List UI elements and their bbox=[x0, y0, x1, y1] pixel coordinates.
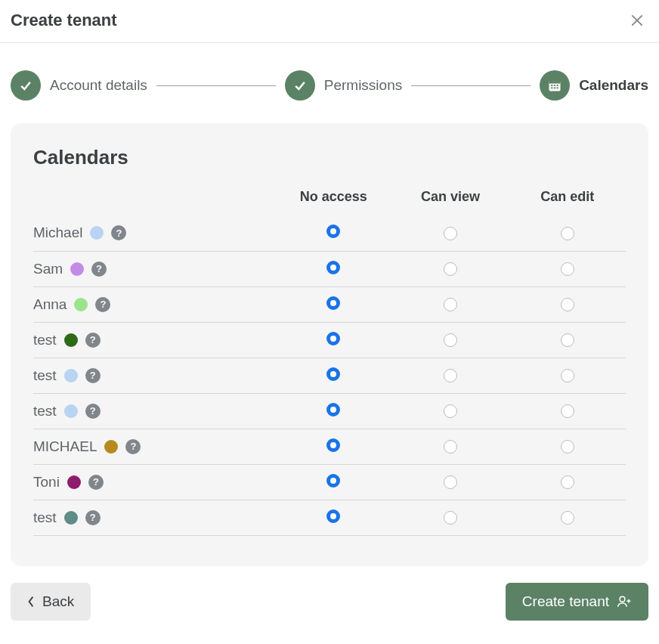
help-icon[interactable]: ? bbox=[85, 404, 101, 419]
close-button[interactable] bbox=[626, 9, 648, 32]
svg-rect-10 bbox=[554, 88, 556, 89]
calendar-name: Anna bbox=[33, 296, 67, 313]
access-cell bbox=[509, 464, 626, 500]
access-cell bbox=[392, 215, 509, 251]
stepper: Account details Permissions Calendars bbox=[0, 43, 659, 123]
access-radio-can-edit[interactable] bbox=[561, 333, 574, 347]
access-cell bbox=[509, 500, 626, 535]
help-icon[interactable]: ? bbox=[111, 225, 126, 240]
color-dot-icon bbox=[64, 333, 78, 347]
table-row: Anna? bbox=[33, 286, 626, 322]
access-radio-can-view[interactable] bbox=[444, 262, 457, 276]
access-cell bbox=[392, 358, 509, 393]
calendar-name-cell: test? bbox=[33, 393, 275, 429]
calendar-name-cell: test? bbox=[33, 322, 275, 358]
svg-point-12 bbox=[620, 596, 625, 602]
access-radio-can-edit[interactable] bbox=[561, 298, 574, 311]
svg-rect-9 bbox=[551, 88, 553, 89]
access-radio-can-view[interactable] bbox=[444, 404, 457, 418]
calendar-name: test bbox=[33, 403, 57, 420]
column-header-name bbox=[33, 189, 275, 215]
access-radio-no-access[interactable] bbox=[326, 403, 340, 416]
close-icon bbox=[630, 13, 645, 28]
calendar-name: test bbox=[33, 367, 57, 384]
help-icon[interactable]: ? bbox=[85, 368, 101, 383]
access-radio-can-view[interactable] bbox=[444, 475, 457, 489]
calendar-name: test bbox=[33, 509, 57, 526]
access-radio-no-access[interactable] bbox=[326, 296, 340, 310]
table-row: Toni? bbox=[33, 464, 626, 500]
access-radio-no-access[interactable] bbox=[326, 261, 340, 274]
calendar-name-cell: Michael? bbox=[33, 215, 275, 251]
calendar-name-cell: test? bbox=[33, 358, 275, 393]
calendar-name-cell: Sam? bbox=[33, 251, 275, 286]
column-header-can-view: Can view bbox=[392, 189, 509, 215]
help-icon[interactable]: ? bbox=[85, 510, 101, 525]
calendar-name-cell: Toni? bbox=[33, 464, 275, 500]
access-radio-can-view[interactable] bbox=[444, 298, 457, 311]
calendar-name: Sam bbox=[33, 261, 63, 277]
check-icon bbox=[285, 70, 315, 101]
create-tenant-button[interactable]: Create tenant bbox=[506, 583, 648, 621]
access-cell bbox=[275, 251, 392, 286]
column-header-no-access: No access bbox=[275, 189, 392, 215]
color-dot-icon bbox=[90, 226, 104, 240]
access-radio-can-view[interactable] bbox=[444, 511, 457, 525]
step-label: Permissions bbox=[324, 77, 402, 94]
access-cell bbox=[392, 500, 509, 535]
table-row: test? bbox=[33, 358, 626, 393]
access-radio-no-access[interactable] bbox=[326, 438, 340, 452]
step-connector bbox=[411, 85, 531, 86]
access-radio-can-edit[interactable] bbox=[561, 227, 574, 240]
back-button[interactable]: Back bbox=[11, 583, 91, 621]
access-radio-no-access[interactable] bbox=[326, 474, 340, 488]
help-icon[interactable]: ? bbox=[88, 475, 104, 490]
access-radio-can-view[interactable] bbox=[444, 369, 457, 382]
access-radio-no-access[interactable] bbox=[326, 509, 340, 523]
access-radio-no-access[interactable] bbox=[326, 367, 340, 381]
access-cell bbox=[509, 429, 626, 464]
dialog-footer: Back Create tenant bbox=[0, 566, 659, 636]
step-account-details[interactable]: Account details bbox=[11, 70, 147, 101]
access-radio-no-access[interactable] bbox=[326, 332, 340, 345]
step-label: Account details bbox=[50, 77, 147, 94]
svg-rect-3 bbox=[549, 81, 561, 83]
access-radio-can-edit[interactable] bbox=[561, 262, 574, 276]
step-connector bbox=[156, 85, 276, 86]
access-cell bbox=[275, 393, 392, 429]
access-cell bbox=[509, 286, 626, 322]
help-icon[interactable]: ? bbox=[85, 333, 101, 348]
help-icon[interactable]: ? bbox=[125, 439, 141, 454]
table-row: MICHAEL? bbox=[33, 429, 626, 464]
create-tenant-dialog: Create tenant Account details Permission… bbox=[0, 0, 659, 636]
table-row: test? bbox=[33, 393, 626, 429]
calendars-table: No access Can view Can edit Michael?Sam?… bbox=[33, 189, 626, 536]
access-cell bbox=[392, 251, 509, 286]
access-radio-can-edit[interactable] bbox=[561, 404, 574, 418]
access-cell bbox=[275, 358, 392, 393]
color-dot-icon bbox=[64, 511, 78, 525]
access-radio-can-edit[interactable] bbox=[561, 475, 574, 489]
access-radio-can-view[interactable] bbox=[444, 440, 457, 454]
color-dot-icon bbox=[104, 440, 118, 454]
chevron-left-icon bbox=[27, 596, 35, 608]
access-radio-can-edit[interactable] bbox=[561, 369, 574, 382]
help-icon[interactable]: ? bbox=[95, 297, 110, 312]
access-cell bbox=[509, 322, 626, 358]
create-tenant-button-label: Create tenant bbox=[522, 593, 609, 610]
access-radio-can-edit[interactable] bbox=[561, 440, 574, 454]
step-permissions[interactable]: Permissions bbox=[285, 70, 402, 101]
access-radio-can-view[interactable] bbox=[444, 333, 457, 347]
access-radio-no-access[interactable] bbox=[326, 224, 340, 238]
check-icon bbox=[11, 70, 41, 101]
access-radio-can-edit[interactable] bbox=[561, 511, 574, 525]
calendar-name: MICHAEL bbox=[33, 438, 97, 455]
color-dot-icon bbox=[64, 404, 78, 418]
svg-rect-8 bbox=[557, 85, 559, 86]
access-cell bbox=[509, 215, 626, 251]
color-dot-icon bbox=[70, 262, 84, 276]
user-plus-icon bbox=[617, 594, 632, 609]
step-calendars[interactable]: Calendars bbox=[540, 70, 648, 101]
access-radio-can-view[interactable] bbox=[444, 227, 457, 240]
help-icon[interactable]: ? bbox=[91, 262, 107, 277]
